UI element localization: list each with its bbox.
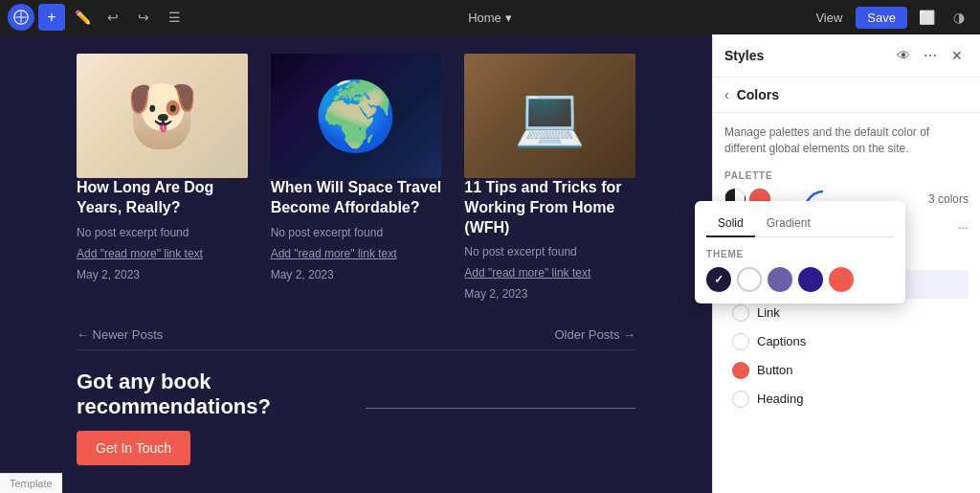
sidebar-colors-header: ‹ Colors: [713, 78, 980, 113]
view-button[interactable]: View: [808, 7, 850, 29]
cta-title: Got any book recommendations?: [77, 370, 346, 419]
post-excerpt: No post excerpt found: [271, 226, 442, 239]
color-dot-captions: [732, 333, 749, 350]
device-preview-icon[interactable]: ⬜: [913, 4, 940, 31]
topbar-right: View Save ⬜ ◑: [808, 4, 972, 31]
post-date: May 2, 2023: [464, 287, 635, 301]
color-picker-popup: Solid Gradient THEME: [695, 201, 905, 303]
picker-tabs: Solid Gradient: [706, 213, 894, 237]
picker-swatch-dark[interactable]: [706, 267, 731, 292]
template-label: Template: [0, 473, 62, 493]
post-card-wfh: 11 Tips and Tricks for Working From Home…: [464, 54, 635, 301]
color-name-button: Button: [757, 363, 961, 377]
colors-section-title: Colors: [737, 87, 779, 102]
cta-left: Got any book recommendations? Get In Tou…: [77, 370, 346, 465]
post-title: How Long Are Dog Years, Really?: [77, 178, 248, 218]
post-image-space: [271, 54, 442, 178]
post-title: 11 Tips and Tricks for Working From Home…: [464, 178, 635, 237]
read-more-link[interactable]: Add "read more" link text: [271, 247, 442, 260]
dark-mode-icon[interactable]: ◑: [946, 4, 972, 31]
colors-description: Manage palettes and the default color of…: [724, 124, 969, 157]
palette-label: PALETTE: [724, 170, 969, 181]
post-image-laptop: [464, 54, 635, 178]
picker-swatch-purple[interactable]: [768, 267, 792, 292]
main-content: How Long Are Dog Years, Really? No post …: [0, 34, 712, 493]
wordpress-logo[interactable]: [8, 4, 34, 31]
get-in-touch-button[interactable]: Get In Touch: [77, 431, 190, 465]
picker-theme-label: THEME: [706, 249, 894, 259]
read-more-link[interactable]: Add "read more" link text: [464, 266, 635, 280]
color-name-captions: Captions: [757, 334, 961, 348]
color-dot-link: [732, 304, 749, 322]
redo-button[interactable]: ↪: [130, 4, 157, 31]
close-icon[interactable]: ✕: [946, 44, 969, 67]
color-item-button[interactable]: Button: [724, 356, 969, 385]
color-dot-button: [732, 362, 749, 379]
cta-divider: [366, 408, 635, 409]
sidebar-header-icons: 👁 ⋯ ✕: [892, 44, 969, 67]
color-name-link: Link: [757, 305, 961, 320]
back-button[interactable]: ‹: [724, 87, 729, 102]
list-view-button[interactable]: ☰: [161, 4, 188, 31]
post-date: May 2, 2023: [271, 268, 442, 281]
picker-tab-solid[interactable]: Solid: [706, 213, 755, 237]
sidebar-styles-header: Styles 👁 ⋯ ✕: [713, 34, 980, 78]
picker-tab-gradient[interactable]: Gradient: [755, 213, 822, 237]
read-more-link[interactable]: Add "read more" link text: [77, 247, 248, 260]
post-date: May 2, 2023: [77, 268, 248, 281]
posts-navigation: ← Newer Posts Older Posts →: [77, 320, 635, 349]
styles-eye-icon[interactable]: 👁: [892, 44, 915, 67]
topbar: + ✏️ ↩ ↪ ☰ Home ▾ View Save ⬜ ◑: [0, 0, 980, 34]
picker-swatch-white[interactable]: [737, 267, 762, 292]
cta-section: Got any book recommendations? Get In Tou…: [77, 349, 635, 465]
older-posts-link[interactable]: Older Posts →: [554, 327, 635, 342]
chevron-down-icon: ▾: [505, 11, 512, 25]
color-name-heading: Heading: [757, 392, 961, 406]
post-card-space: When Will Space Travel Become Affordable…: [271, 54, 442, 301]
color-item-captions[interactable]: Captions: [724, 327, 969, 356]
save-button[interactable]: Save: [856, 7, 907, 29]
newer-posts-link[interactable]: ← Newer Posts: [77, 327, 163, 342]
color-dot-heading: [732, 391, 749, 408]
color-item-heading[interactable]: Heading: [724, 385, 969, 414]
undo-button[interactable]: ↩: [100, 4, 126, 31]
sidebar-title: Styles: [724, 48, 764, 63]
post-title: When Will Space Travel Become Affordable…: [271, 178, 442, 218]
topbar-left: + ✏️ ↩ ↪ ☰: [8, 4, 188, 31]
home-label: Home: [468, 11, 501, 25]
post-image-dog: [77, 54, 248, 178]
post-excerpt: No post excerpt found: [464, 245, 635, 258]
add-block-button[interactable]: +: [38, 4, 65, 31]
home-navigation[interactable]: Home ▾: [468, 11, 512, 25]
edit-icon[interactable]: ✏️: [69, 4, 96, 31]
color-more-icon[interactable]: ⋯: [958, 223, 969, 234]
picker-swatch-red[interactable]: [829, 267, 854, 292]
palette-count: 3 colors: [928, 192, 969, 206]
picker-swatch-darkpurple[interactable]: [798, 267, 823, 292]
styles-more-icon[interactable]: ⋯: [919, 44, 942, 67]
post-card-dog: How Long Are Dog Years, Really? No post …: [77, 54, 248, 301]
post-excerpt: No post excerpt found: [77, 226, 248, 239]
posts-grid: How Long Are Dog Years, Really? No post …: [77, 54, 635, 301]
picker-swatches: [706, 267, 894, 292]
